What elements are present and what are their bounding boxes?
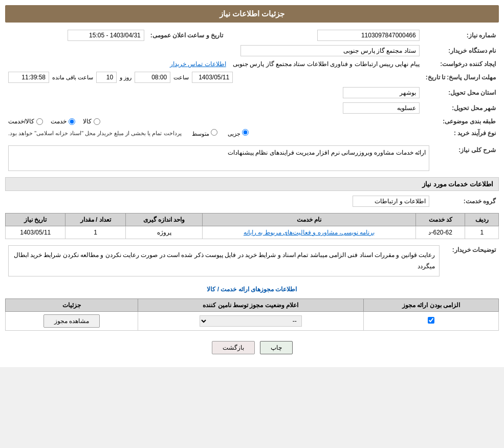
permit-status-cell: -- — [138, 312, 363, 331]
buyer-org-label: نام دستگاه خریدار: — [423, 43, 499, 58]
print-button[interactable]: چاپ — [260, 341, 293, 354]
category-kala[interactable]: کالا — [83, 118, 100, 125]
buyer-notes-box: رعایت قوانین و مقررات اسناد فنی الزامی م… — [8, 245, 440, 276]
category-options: کالا/خدمت خدمت کالا — [5, 116, 423, 127]
response-deadline-row: ساعت باقی مانده روز و ساعت — [5, 70, 423, 85]
response-date-input[interactable] — [192, 72, 233, 83]
service-group-table: گروه خدمت: — [5, 194, 499, 209]
creator-text: پیام نهایی رییس ارتباطات و فناوری اطلاعا… — [233, 60, 420, 68]
view-permit-button[interactable]: مشاهده مجوز — [43, 314, 100, 328]
need-desc-value: ارائه خدمات مشاوره وبروزرسانی نرم افزار … — [5, 143, 432, 173]
response-deadline-label: مهلت ارسال پاسخ: تا تاریخ: — [423, 70, 499, 85]
city-value — [5, 100, 423, 116]
category-label: طبقه بندی موضوعی: — [423, 116, 499, 127]
permit-col-required: الزامی بودن ارائه مجوز — [363, 299, 498, 312]
buyer-notes-table: توضیحات خریدار: رعایت قوانین و مقررات اس… — [5, 243, 499, 279]
need-desc-label: شرح کلی نیاز: — [432, 143, 499, 173]
city-label: شهر محل تحویل: — [423, 100, 499, 116]
remaining-label: ساعت باقی مانده — [52, 74, 93, 81]
date-label: تاریخ و ساعت اعلان عمومی: — [147, 28, 226, 43]
purchase-note: پرداخت تمام یا بخشی از مبلغ خریدار محل "… — [8, 130, 182, 137]
date-value — [5, 28, 147, 43]
creator-label: ایجاد کننده درخواست: — [423, 58, 499, 70]
category-kala-khidmat[interactable]: کالا/خدمت — [8, 118, 43, 125]
need-description-table: شرح کلی نیاز: ارائه خدمات مشاوره وبروزرس… — [5, 143, 499, 173]
cell-code: 620-62-د — [415, 226, 465, 239]
need-number-value — [236, 28, 423, 43]
col-row: ردیف — [465, 214, 499, 226]
days-label: روز و — [120, 74, 132, 81]
permit-col-status: اعلام وضعیت مجوز توسط نامین کننده — [138, 299, 363, 312]
col-quantity: تعداد / مقدار — [65, 214, 125, 226]
footer-buttons: چاپ بازگشت — [5, 333, 499, 362]
permit-col-details: جزئیات — [6, 299, 138, 312]
category-kala-radio[interactable] — [94, 118, 100, 125]
purchase-jozi-radio[interactable] — [242, 129, 249, 136]
permit-row: -- مشاهده مجوز — [6, 312, 499, 331]
col-unit: واحد اندازه گیری — [125, 214, 202, 226]
cell-quantity: 1 — [65, 226, 125, 239]
purchase-jozi[interactable]: جزیی — [228, 129, 249, 137]
service-section-title: اطلاعات خدمات مورد نیاز — [5, 177, 499, 191]
buyer-org-value — [5, 43, 423, 58]
page-title: جزئیات اطلاعات نیاز — [5, 5, 499, 23]
info-table: شماره نیاز: تاریخ و ساعت اعلان عمومی: نا… — [5, 28, 499, 139]
back-button[interactable]: بازگشت — [212, 341, 255, 354]
province-label: استان محل تحویل: — [423, 85, 499, 100]
creator-contact-link[interactable]: اطلاعات تماس خریدار — [170, 60, 226, 68]
creator-value: پیام نهایی رییس ارتباطات و فناوری اطلاعا… — [5, 58, 423, 70]
permit-status-select[interactable]: -- — [200, 315, 302, 327]
time-label: ساعت — [173, 74, 189, 81]
permit-required-cell — [363, 312, 498, 331]
response-days-input[interactable] — [96, 72, 117, 83]
need-number-label: شماره نیاز: — [423, 28, 499, 43]
response-time-input[interactable] — [135, 72, 170, 83]
service-group-value — [5, 194, 432, 209]
table-row: 1 620-62-د برنامه نویسی، مشاوره و فعالیت… — [6, 226, 499, 239]
buyer-org-input[interactable] — [240, 45, 420, 56]
service-group-input[interactable] — [353, 196, 429, 207]
permit-section-title: اطلاعات مجوزهای ارائه خدمت / کالا — [5, 283, 499, 296]
purchase-type-row: پرداخت تمام یا بخشی از مبلغ خریدار محل "… — [5, 127, 423, 139]
need-number-input[interactable] — [317, 30, 420, 41]
province-input[interactable] — [343, 87, 420, 98]
cell-date: 1403/05/11 — [6, 226, 65, 239]
date-input[interactable] — [68, 30, 144, 41]
purchase-mutavasset[interactable]: متوسط — [192, 129, 217, 137]
city-input[interactable] — [343, 102, 420, 114]
permit-table: الزامی بودن ارائه مجوز اعلام وضعیت مجوز … — [5, 298, 499, 331]
service-group-label: گروه خدمت: — [432, 194, 499, 209]
col-date: تاریخ نیاز — [6, 214, 65, 226]
permit-required-checkbox[interactable] — [428, 317, 434, 324]
province-value — [5, 85, 423, 100]
buyer-notes-label: توضیحات خریدار: — [443, 243, 499, 279]
purchase-mutavasset-radio[interactable] — [211, 129, 217, 136]
permit-details-cell: مشاهده مجوز — [6, 312, 138, 331]
buyer-notes-value: رعایت قوانین و مقررات اسناد فنی الزامی م… — [5, 243, 443, 279]
page-wrapper: جزئیات اطلاعات نیاز شماره نیاز: تاریخ و … — [0, 0, 504, 367]
category-khidmat[interactable]: خدمت — [51, 118, 75, 125]
service-data-table: ردیف کد خدمت نام خدمت واحد اندازه گیری ت… — [5, 213, 499, 239]
col-code: کد خدمت — [415, 214, 465, 226]
cell-name[interactable]: برنامه نویسی، مشاوره و فعالیت‌های مربوط … — [203, 226, 416, 239]
category-kala-khidmat-radio[interactable] — [36, 118, 43, 125]
response-remaining-input[interactable] — [8, 72, 49, 83]
purchase-type-label: نوع فرآیند خرید : — [423, 127, 499, 139]
cell-row: 1 — [465, 226, 499, 239]
category-khidmat-radio[interactable] — [69, 118, 75, 125]
col-name: نام خدمت — [203, 214, 416, 226]
need-description-box: ارائه خدمات مشاوره وبروزرسانی نرم افزار … — [8, 145, 429, 171]
cell-unit: پروژه — [125, 226, 202, 239]
